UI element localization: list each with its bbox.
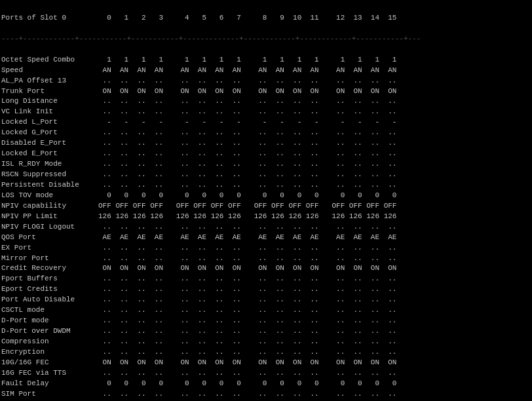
table-row: D-Port over DWDM .. .. .. .. .. .. .. ..… [1,326,531,337]
row-values: .. .. .. .. .. .. .. .. .. .. .. .. .. .… [98,138,531,149]
row-label: Speed [1,66,98,76]
row-label: NPIV FLOGI Logout [1,222,98,233]
table-row: Encryption .. .. .. .. .. .. .. .. .. ..… [1,347,531,358]
table-row: EX Port .. .. .. .. .. .. .. .. .. .. ..… [1,243,531,254]
row-label: Locked L_Port [1,117,98,128]
row-values: 1 1 1 1 1 1 1 1 1 1 1 1 1 1 1 1 [98,55,531,66]
row-values: .. .. .. .. .. .. .. .. .. .. .. .. .. .… [98,337,531,347]
header-label: Ports of Slot 0 [1,13,98,24]
row-label: Port Auto Disable [1,295,98,305]
row-label: Locked G_Port [1,128,98,138]
row-values: .. .. .. .. .. .. .. .. .. .. .. .. .. .… [98,128,531,138]
row-values: .. .. .. .. .. .. .. .. .. .. .. .. .. .… [98,254,531,264]
table-row: RSCN Suppressed .. .. .. .. .. .. .. .. … [1,170,531,180]
row-label: Encryption [1,347,98,358]
table-row: Mirror Port .. .. .. .. .. .. .. .. .. .… [1,254,531,264]
table-row: NPIV capabilityOFF OFF OFF OFF OFF OFF O… [1,201,531,212]
row-values: AE AE AE AE AE AE AE AE AE AE AE AE AE A… [98,233,531,243]
table-row: Locked E_Port .. .. .. .. .. .. .. .. ..… [1,149,531,159]
row-label: NPIV capability [1,201,98,212]
row-label: Fault Delay [1,379,98,389]
row-label: D-Port mode [1,316,98,326]
table-row: Locked G_Port .. .. .. .. .. .. .. .. ..… [1,128,531,138]
row-values: ON ON ON ON ON ON ON ON ON ON ON ON ON O… [98,358,531,368]
row-values: .. .. .. .. .. .. .. .. .. .. .. .. .. .… [98,159,531,170]
row-label: Octet Speed Combo [1,55,98,66]
row-values: .. .. .. .. .. .. .. .. .. .. .. .. .. .… [98,284,531,295]
table-row: Long Distance .. .. .. .. .. .. .. .. ..… [1,96,531,107]
row-label: Locked E_Port [1,149,98,159]
table-row: D-Port mode .. .. .. .. .. .. .. .. .. .… [1,316,531,326]
table-row: AL_PA Offset 13 .. .. .. .. .. .. .. .. … [1,76,531,86]
row-values: OFF OFF OFF OFF OFF OFF OFF OFF OFF OFF … [98,201,531,212]
row-label: D-Port over DWDM [1,326,98,337]
table-row: NPIV PP Limit126 126 126 126 126 126 126… [1,212,531,222]
row-values: .. .. .. .. .. .. .. .. .. .. .. .. .. .… [98,389,531,400]
table-row: Port Auto Disable .. .. .. .. .. .. .. .… [1,295,531,305]
table-row: 16G FEC via TTS .. .. .. .. .. .. .. .. … [1,368,531,379]
row-values: .. .. .. .. .. .. .. .. .. .. .. .. .. .… [98,96,531,107]
row-values: .. .. .. .. .. .. .. .. .. .. .. .. .. .… [98,222,531,233]
table-row: NPIV FLOGI Logout .. .. .. .. .. .. .. .… [1,222,531,233]
table-row: Compression .. .. .. .. .. .. .. .. .. .… [1,337,531,347]
row-label: AL_PA Offset 13 [1,76,98,86]
table-row: Octet Speed Combo 1 1 1 1 1 1 1 1 1 1 1 … [1,55,531,66]
row-label: Disabled E_Port [1,138,98,149]
row-values: 0 0 0 0 0 0 0 0 0 0 0 0 0 0 0 0 [98,379,531,389]
row-label: SIM Port [1,389,98,400]
row-label: 16G FEC via TTS [1,368,98,379]
row-values: .. .. .. .. .. .. .. .. .. .. .. .. .. .… [98,316,531,326]
row-values: .. .. .. .. .. .. .. .. .. .. .. .. .. .… [98,107,531,117]
row-label: Eport Credits [1,284,98,295]
table-row: Credit Recovery ON ON ON ON ON ON ON ON … [1,263,531,274]
row-label: Persistent Disable [1,180,98,191]
terminal-output: Ports of Slot 0 0 1 2 3 4 5 6 7 8 9 10 1… [0,0,532,401]
table-row: VC Link Init .. .. .. .. .. .. .. .. .. … [1,107,531,117]
row-values: ON ON ON ON ON ON ON ON ON ON ON ON ON O… [98,263,531,274]
table-row: QOS Port AE AE AE AE AE AE AE AE AE AE A… [1,233,531,243]
row-label: LOS TOV mode [1,191,98,201]
table-row: CSCTL mode .. .. .. .. .. .. .. .. .. ..… [1,305,531,316]
row-values: .. .. .. .. .. .. .. .. .. .. .. .. .. .… [98,149,531,159]
table-row: Disabled E_Port .. .. .. .. .. .. .. .. … [1,138,531,149]
table-row: Persistent Disable .. .. .. .. .. .. .. … [1,180,531,191]
row-values: .. .. .. .. .. .. .. .. .. .. .. .. .. .… [98,76,531,86]
row-label: NPIV PP Limit [1,212,98,222]
table-row: Eport Credits .. .. .. .. .. .. .. .. ..… [1,284,531,295]
table-row: Fault Delay 0 0 0 0 0 0 0 0 0 0 0 0 0 0 … [1,379,531,389]
row-label: Mirror Port [1,254,98,264]
row-label: CSCTL mode [1,305,98,316]
row-values: AN AN AN AN AN AN AN AN AN AN AN AN AN A… [98,66,531,76]
row-values: .. .. .. .. .. .. .. .. .. .. .. .. .. .… [98,305,531,316]
header-cols: 0 1 2 3 4 5 6 7 8 9 10 11 12 13 14 15 [98,13,531,24]
row-values: .. .. .. .. .. .. .. .. .. .. .. .. .. .… [98,295,531,305]
table-row: Speed AN AN AN AN AN AN AN AN AN AN AN A… [1,66,531,76]
row-values: .. .. .. .. .. .. .. .. .. .. .. .. .. .… [98,368,531,379]
table-row: ISL R_RDY Mode .. .. .. .. .. .. .. .. .… [1,159,531,170]
table-row: Fport Buffers .. .. .. .. .. .. .. .. ..… [1,274,531,284]
separator-row: ----+------------+-----------+----------… [1,34,531,45]
table-row: Trunk Port ON ON ON ON ON ON ON ON ON ON… [1,86,531,97]
table-row: Locked L_Port - - - - - - - - - - - - - … [1,117,531,128]
row-label: VC Link Init [1,107,98,117]
row-values: .. .. .. .. .. .. .. .. .. .. .. .. .. .… [98,243,531,254]
row-values: .. .. .. .. .. .. .. .. .. .. .. .. .. .… [98,326,531,337]
table-row: 10G/16G FEC ON ON ON ON ON ON ON ON ON O… [1,358,531,368]
row-values: .. .. .. .. .. .. .. .. .. .. .. .. .. .… [98,180,531,191]
row-values: - - - - - - - - - - - - - - - - [98,117,531,128]
row-label: 10G/16G FEC [1,358,98,368]
table-row: SIM Port .. .. .. .. .. .. .. .. .. .. .… [1,389,531,400]
row-label: Credit Recovery [1,263,98,274]
row-values: 0 0 0 0 0 0 0 0 0 0 0 0 0 0 0 0 [98,191,531,201]
row-label: Fport Buffers [1,274,98,284]
row-label: QOS Port [1,233,98,243]
table-row: LOS TOV mode 0 0 0 0 0 0 0 0 0 0 0 0 0 0… [1,191,531,201]
row-label: EX Port [1,243,98,254]
row-label: ISL R_RDY Mode [1,159,98,170]
row-values: .. .. .. .. .. .. .. .. .. .. .. .. .. .… [98,170,531,180]
row-label: RSCN Suppressed [1,170,98,180]
row-label: Long Distance [1,96,98,107]
row-values: .. .. .. .. .. .. .. .. .. .. .. .. .. .… [98,274,531,284]
row-values: ON ON ON ON ON ON ON ON ON ON ON ON ON O… [98,86,531,97]
row-values: .. .. .. .. .. .. .. .. .. .. .. .. .. .… [98,347,531,358]
